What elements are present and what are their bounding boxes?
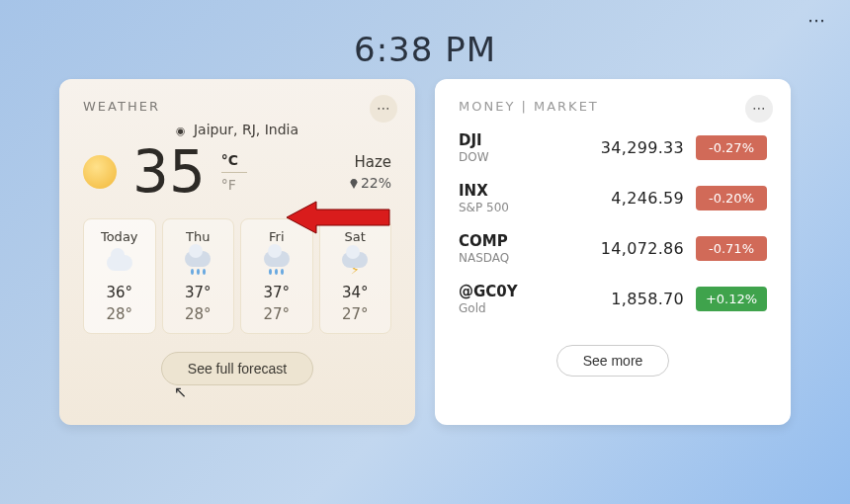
- high-temp: 37°: [167, 284, 230, 301]
- high-temp: 34°: [324, 284, 387, 301]
- current-temperature: 35: [132, 143, 206, 201]
- see-more-button[interactable]: See more: [556, 345, 670, 377]
- ticker-value: 1,858.70: [538, 290, 696, 308]
- high-temp: 37°: [245, 284, 308, 301]
- ticker-change: +0.12%: [696, 287, 767, 311]
- droplet-icon: [350, 179, 358, 189]
- humidity-value: 22%: [350, 175, 391, 191]
- day-name: Fri: [245, 229, 308, 244]
- day-name: Today: [88, 229, 151, 244]
- ticker-change: -0.20%: [696, 186, 767, 210]
- market-row[interactable]: COMPNASDAQ14,072.86-0.71%: [459, 232, 767, 265]
- location-pin-icon: ◉: [176, 125, 186, 137]
- sun-icon: [83, 155, 117, 189]
- storm-icon: ⚡: [342, 252, 368, 274]
- cloud-sun-icon: [107, 255, 132, 271]
- unit-fahrenheit[interactable]: °F: [221, 175, 247, 195]
- weather-location-text: Jaipur, RJ, India: [194, 122, 298, 137]
- market-row[interactable]: INXS&P 5004,246.59-0.20%: [459, 182, 767, 214]
- ticker-symbol: INX: [459, 182, 538, 200]
- ticker-symbol: COMP: [459, 232, 538, 250]
- ticker-symbol: DJI: [459, 131, 538, 149]
- low-temp: 28°: [88, 305, 151, 323]
- weather-widget: WEATHER ⋯ ◉ Jaipur, RJ, India 35 °C °F H…: [59, 79, 415, 425]
- weather-condition: Haze: [350, 153, 391, 171]
- see-full-forecast-button[interactable]: See full forecast: [161, 352, 313, 385]
- money-widget: MONEY | MARKET ⋯ DJIDOW34,299.33-0.27%IN…: [435, 79, 791, 425]
- forecast-day[interactable]: Thu37°28°: [162, 218, 235, 334]
- low-temp: 28°: [167, 305, 230, 323]
- ticker-value: 34,299.33: [538, 138, 696, 157]
- forecast-day[interactable]: Fri37°27°: [240, 218, 313, 334]
- low-temp: 27°: [324, 305, 387, 323]
- low-temp: 27°: [245, 305, 308, 323]
- day-name: Sat: [324, 229, 387, 244]
- ticker-name: S&P 500: [459, 201, 538, 214]
- unit-celsius[interactable]: °C: [221, 150, 247, 170]
- ticker-name: Gold: [459, 301, 538, 315]
- money-title: MONEY | MARKET: [459, 99, 767, 114]
- weather-location: ◉ Jaipur, RJ, India: [83, 122, 391, 137]
- unit-toggle[interactable]: °C °F: [221, 150, 247, 195]
- weather-menu-button[interactable]: ⋯: [370, 95, 397, 123]
- high-temp: 36°: [88, 284, 151, 301]
- ticker-change: -0.71%: [696, 236, 767, 261]
- clock-time: 6:38 PM: [0, 0, 850, 69]
- ticker-symbol: @GC0Y: [459, 283, 538, 300]
- forecast-day[interactable]: Today36°28°: [83, 218, 156, 334]
- weather-title: WEATHER: [83, 99, 391, 114]
- ticker-value: 4,246.59: [538, 189, 696, 208]
- money-menu-button[interactable]: ⋯: [745, 95, 773, 123]
- ticker-value: 14,072.86: [538, 239, 696, 258]
- market-row[interactable]: DJIDOW34,299.33-0.27%: [459, 131, 767, 164]
- market-row[interactable]: @GC0YGold1,858.70+0.12%: [459, 283, 767, 315]
- ticker-name: NASDAQ: [459, 251, 538, 265]
- day-name: Thu: [167, 229, 230, 244]
- ticker-name: DOW: [459, 150, 538, 164]
- ticker-change: -0.27%: [696, 135, 767, 160]
- rain-icon: [264, 251, 290, 275]
- widgets-menu-button[interactable]: ⋯: [803, 10, 830, 30]
- forecast-day[interactable]: Sat⚡34°27°: [319, 218, 392, 334]
- rain-icon: [185, 251, 211, 275]
